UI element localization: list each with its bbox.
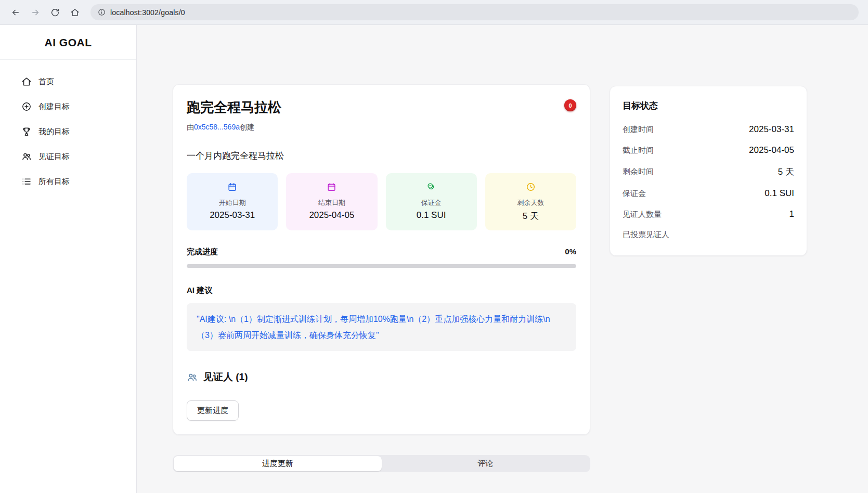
creator-prefix: 由: [187, 123, 194, 131]
calendar-icon: [227, 182, 237, 192]
witnesses-label: 见证人 (1): [203, 370, 248, 384]
stat-label: 保证金: [389, 198, 474, 207]
calendar-icon: [327, 182, 336, 192]
goal-title: 跑完全程马拉松: [187, 98, 281, 116]
goal-status-panel: 目标状态 创建时间 2025-03-31 截止时间 2025-04-05 剩余时…: [610, 86, 807, 256]
status-value: 0.1 SUI: [765, 188, 794, 199]
notification-badge: 0: [564, 99, 576, 111]
update-progress-button[interactable]: 更新进度: [187, 400, 239, 421]
stat-label: 开始日期: [190, 198, 275, 207]
browser-back-button[interactable]: [7, 4, 24, 21]
status-value: 2025-04-05: [749, 145, 794, 155]
status-panel-title: 目标状态: [623, 100, 794, 112]
users-icon: [21, 151, 32, 162]
coins-icon: [426, 182, 436, 192]
status-row-stake: 保证金 0.1 SUI: [623, 183, 794, 204]
sidebar-item-label: 创建目标: [38, 102, 70, 112]
status-row-created: 创建时间 2025-03-31: [623, 119, 794, 140]
sidebar-item-all-goals[interactable]: 所有目标: [0, 169, 136, 194]
sidebar-item-label: 所有目标: [38, 177, 70, 187]
creator-suffix: 创建: [240, 123, 254, 131]
status-row-witness-count: 见证人数量 1: [623, 204, 794, 225]
stat-value: 2025-04-05: [289, 210, 374, 220]
status-label: 剩余时间: [623, 167, 654, 177]
sidebar: AI GOAL 首页 创建目标 我的目标: [0, 25, 137, 493]
ai-suggestion-label: AI 建议: [187, 286, 576, 295]
stat-label: 剩余天数: [488, 198, 573, 207]
status-value: 1: [789, 209, 794, 219]
sidebar-item-label: 首页: [38, 77, 54, 87]
list-icon: [21, 176, 32, 187]
goal-stats: 开始日期 2025-03-31 结束日期 2025-04-05: [187, 173, 576, 230]
stat-days-left: 剩余天数 5 天: [485, 173, 576, 230]
main-content: 跑完全程马拉松 0 由0x5c58...569a创建 一个月内跑完全程马拉松 开…: [137, 25, 868, 493]
tabs: 进度更新 评论: [173, 455, 590, 472]
app-logo: AI GOAL: [0, 25, 136, 60]
status-row-voted-witnesses: 已投票见证人: [623, 225, 794, 245]
sidebar-item-label: 我的目标: [38, 127, 70, 137]
stat-value: 5 天: [488, 210, 573, 222]
progress-percent: 0%: [565, 247, 576, 257]
sidebar-item-label: 见证目标: [38, 152, 70, 162]
users-icon: [187, 372, 198, 383]
creator-address-link[interactable]: 0x5c58...569a: [194, 123, 240, 131]
stat-end-date: 结束日期 2025-04-05: [286, 173, 377, 230]
status-row-deadline: 截止时间 2025-04-05: [623, 140, 794, 161]
status-label: 保证金: [623, 189, 646, 199]
sidebar-item-create-goal[interactable]: 创建目标: [0, 94, 136, 119]
ai-suggestion-text: "AI建议: \n（1）制定渐进式训练计划，每周增加10%跑量\n（2）重点加强…: [187, 303, 576, 351]
sidebar-item-home[interactable]: 首页: [0, 69, 136, 94]
goal-card: 跑完全程马拉松 0 由0x5c58...569a创建 一个月内跑完全程马拉松 开…: [173, 84, 590, 435]
clock-icon: [526, 182, 536, 192]
sidebar-menu: 首页 创建目标 我的目标 见证目标: [0, 60, 136, 194]
goal-description: 一个月内跑完全程马拉松: [187, 150, 576, 162]
status-value: 5 天: [778, 166, 794, 178]
status-value: 2025-03-31: [749, 124, 794, 135]
stat-stake: 保证金 0.1 SUI: [386, 173, 477, 230]
home-icon: [21, 76, 32, 87]
trophy-icon: [21, 126, 32, 137]
browser-forward-button[interactable]: [27, 4, 44, 21]
browser-refresh-button[interactable]: [47, 4, 63, 21]
tab-comments[interactable]: 评论: [382, 456, 590, 471]
stat-value: 0.1 SUI: [389, 210, 474, 220]
sidebar-item-witness-goals[interactable]: 见证目标: [0, 144, 136, 169]
creator-line: 由0x5c58...569a创建: [187, 123, 576, 132]
progress-label: 完成进度: [187, 247, 218, 257]
plus-circle-icon: [21, 101, 32, 112]
address-bar[interactable]: localhost:3002/goals/0: [90, 4, 859, 20]
progress-bar: [187, 264, 576, 268]
stat-value: 2025-03-31: [190, 210, 275, 220]
browser-chrome: localhost:3002/goals/0: [0, 0, 868, 25]
stat-label: 结束日期: [289, 198, 374, 207]
status-row-time-left: 剩余时间 5 天: [623, 161, 794, 183]
browser-home-button[interactable]: [67, 4, 83, 21]
url-text: localhost:3002/goals/0: [110, 8, 185, 17]
stat-start-date: 开始日期 2025-03-31: [187, 173, 278, 230]
status-label: 已投票见证人: [623, 230, 669, 240]
tab-progress-updates[interactable]: 进度更新: [174, 456, 382, 471]
witnesses-heading: 见证人 (1): [187, 370, 576, 384]
sidebar-item-my-goals[interactable]: 我的目标: [0, 119, 136, 144]
site-info-icon[interactable]: [98, 8, 106, 16]
status-label: 创建时间: [623, 125, 654, 135]
status-label: 见证人数量: [623, 210, 662, 219]
status-label: 截止时间: [623, 146, 654, 155]
